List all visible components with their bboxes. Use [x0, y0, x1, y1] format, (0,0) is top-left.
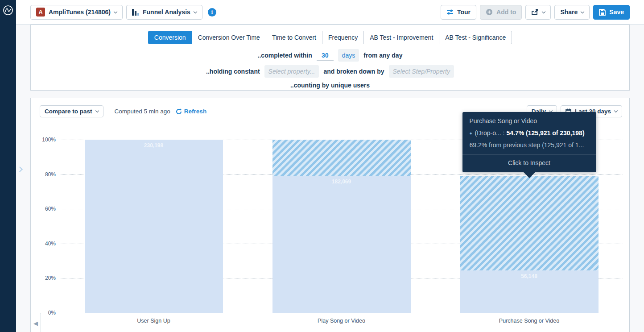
click-to-inspect[interactable]: Click to Inspect — [462, 154, 596, 172]
holding-constant-row: ..holding constant Select property... an… — [31, 65, 629, 78]
bar-count-label: 56,148 — [460, 273, 599, 279]
project-label: AmpliTunes (214806) — [49, 8, 111, 16]
window-unit-select[interactable]: days — [338, 49, 359, 62]
save-label: Save — [609, 8, 624, 16]
window-size-input[interactable] — [317, 50, 334, 61]
chart-type-tabs: ConversionConversion Over TimeTime to Co… — [31, 31, 629, 44]
x-axis-label: Purchase Song or Video — [462, 318, 596, 324]
dropoff-segment-purchase-song-or-video[interactable] — [460, 176, 599, 270]
query-panel: ConversionConversion Over TimeTime to Co… — [30, 25, 630, 91]
export-icon — [531, 8, 539, 16]
compare-to-past-button[interactable]: Compare to past — [40, 105, 103, 117]
refresh-icon — [176, 108, 182, 115]
tooltip-secondary-line: 69.2% from previous step (125,921 of 1..… — [470, 141, 589, 154]
from-any-day-label: from any day — [363, 52, 402, 59]
amplitude-logo-icon[interactable] — [3, 5, 13, 16]
tooltip-series-value: 54.7% (125,921 of 230,198) — [506, 129, 584, 137]
save-floppy-icon — [599, 9, 606, 16]
holding-constant-select[interactable]: Select property... — [264, 65, 319, 78]
series-dot-icon: ● — [470, 131, 472, 136]
tooltip-title: Purchase Song or Video — [470, 117, 589, 124]
sliders-icon — [446, 9, 454, 15]
app-root: A AmpliTunes (214806) Funnel Analysis i … — [0, 0, 644, 332]
broken-down-by-label: and broken down by — [323, 68, 384, 75]
add-to-button[interactable]: Add to — [480, 5, 522, 20]
chevron-down-icon — [581, 9, 584, 13]
gridline — [60, 313, 623, 313]
add-to-label: Add to — [496, 8, 516, 16]
y-tick-label: 80% — [45, 171, 56, 178]
tab-frequency[interactable]: Frequency — [322, 31, 364, 44]
completed-within-label: ..completed within — [258, 52, 312, 59]
bar-count-label: 230,198 — [85, 142, 223, 149]
left-triangle-icon: ◀ — [33, 320, 38, 327]
chart-tooltip[interactable]: Purchase Song or Video ●(Drop-o... :54.7… — [462, 112, 596, 172]
y-tick-label: 0% — [48, 310, 56, 316]
funnel-analysis-icon — [132, 9, 139, 16]
funnel-bar-play-song-or-video[interactable] — [272, 176, 411, 313]
share-button[interactable]: Share — [554, 5, 590, 20]
divider — [109, 106, 109, 117]
breakdown-select[interactable]: Select Step/Property — [389, 65, 454, 78]
counting-by-row: ..counting by unique users — [31, 82, 629, 89]
export-button[interactable] — [525, 5, 551, 20]
holding-constant-label: ..holding constant — [206, 68, 260, 75]
project-badge: A — [36, 8, 45, 17]
analysis-type-label: Funnel Analysis — [143, 8, 190, 16]
refresh-label: Refresh — [184, 108, 206, 115]
chevron-down-icon — [194, 9, 197, 13]
completed-within-row: ..completed within days from any day — [31, 49, 629, 62]
chevron-down-icon — [542, 9, 545, 13]
x-axis-labels: User Sign UpPlay Song or VideoPurchase S… — [60, 318, 623, 327]
info-icon[interactable]: i — [208, 8, 216, 17]
y-tick-label: 60% — [45, 206, 56, 212]
bar-count-label: 182,069 — [272, 178, 411, 185]
y-tick-label: 100% — [42, 137, 56, 143]
y-tick-label: 20% — [45, 275, 56, 281]
chevron-down-icon — [614, 109, 618, 112]
project-selector[interactable]: A AmpliTunes (214806) — [30, 5, 123, 20]
computed-timestamp: Computed 5 min ago — [115, 108, 170, 115]
tab-conversion[interactable]: Conversion — [148, 31, 192, 44]
analysis-type-selector[interactable]: Funnel Analysis — [126, 5, 202, 20]
expand-sidebar-chevron[interactable] — [18, 165, 22, 173]
refresh-button[interactable]: Refresh — [176, 108, 206, 115]
counting-by-label: ..counting by unique users — [290, 82, 370, 89]
funnel-bar-user-sign-up[interactable] — [85, 140, 223, 313]
share-label: Share — [560, 8, 578, 16]
x-axis-label: User Sign Up — [87, 318, 221, 324]
top-toolbar: A AmpliTunes (214806) Funnel Analysis i … — [16, 0, 644, 25]
y-tick-label: 40% — [45, 241, 56, 247]
save-button[interactable]: Save — [593, 5, 630, 20]
chart-panel: Compare to past Computed 5 min ago Refre… — [30, 98, 630, 332]
tab-ab-test-improvement[interactable]: AB Test - Improvement — [363, 31, 439, 44]
tooltip-series-line: ●(Drop-o... :54.7% (125,921 of 230,198) — [470, 129, 589, 137]
dropoff-segment-play-song-or-video[interactable] — [272, 140, 411, 176]
tab-conversion-over-time[interactable]: Conversion Over Time — [192, 31, 266, 44]
tab-ab-test-significance[interactable]: AB Test - Significance — [439, 31, 512, 44]
chevron-down-icon — [95, 109, 99, 112]
tour-label: Tour — [457, 8, 471, 16]
tour-button[interactable]: Tour — [441, 5, 476, 20]
tooltip-series-prefix: (Drop-o... : — [475, 129, 505, 137]
x-axis-label: Play Song or Video — [275, 318, 409, 324]
tab-time-to-convert[interactable]: Time to Convert — [266, 31, 322, 44]
left-nav-rail — [0, 0, 16, 332]
compare-label: Compare to past — [45, 108, 92, 115]
plus-circle-icon — [486, 8, 493, 16]
previous-page-button[interactable]: ◀ — [30, 313, 41, 332]
chevron-down-icon — [114, 9, 117, 13]
